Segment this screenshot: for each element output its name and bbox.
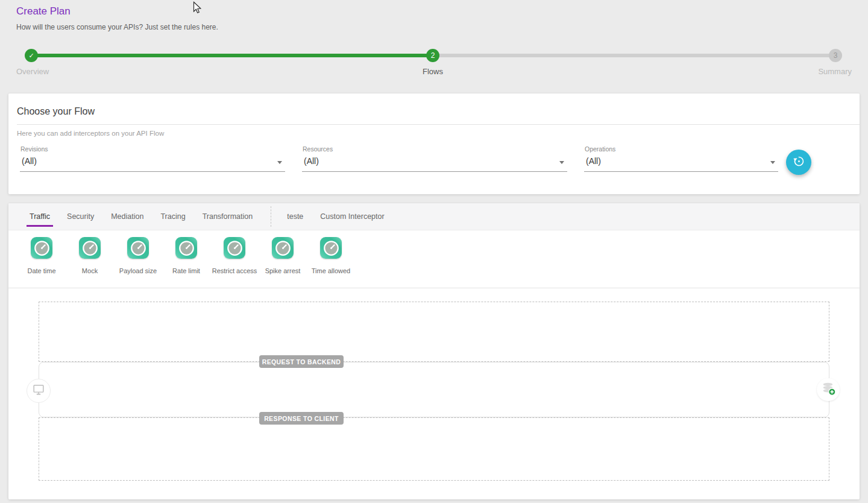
step-label-overview: Overview xyxy=(16,67,49,76)
tab-mediation[interactable]: Mediation xyxy=(102,203,152,230)
interceptor-label: Mock xyxy=(82,267,98,274)
interceptor-rate-limit[interactable]: Rate limit xyxy=(162,230,210,288)
filters-row: Revisions (All) Resources (All) Operatio… xyxy=(20,145,811,175)
interceptors-card: Traffic Security Mediation Tracing Trans… xyxy=(8,203,860,499)
gauge-icon xyxy=(31,237,52,259)
step-circle-summary[interactable]: 3 xyxy=(829,49,842,62)
request-flow-dropzone[interactable] xyxy=(39,302,829,362)
revisions-label: Revisions xyxy=(20,145,285,153)
client-node xyxy=(27,379,51,403)
interceptor-spike-arrest[interactable]: Spike arrest xyxy=(259,230,307,288)
monitor-icon xyxy=(32,383,45,399)
interceptor-label: Rate limit xyxy=(172,267,200,274)
interceptor-label: Restrict access xyxy=(212,267,257,274)
page-header: Create Plan How will the users consume y… xyxy=(16,5,218,31)
step-circle-flows[interactable]: 2 xyxy=(426,49,439,62)
resources-value: (All) xyxy=(302,153,567,172)
interceptor-label: Payload size xyxy=(119,267,157,274)
gauge-icon xyxy=(127,237,149,259)
operations-value: (All) xyxy=(584,153,778,172)
step-number: 2 xyxy=(431,51,435,60)
page-subtitle: How will the users consume your APIs? Ju… xyxy=(16,23,218,31)
response-flow-dropzone[interactable] xyxy=(39,417,829,481)
response-to-client-badge: RESPONSE TO CLIENT xyxy=(259,412,344,425)
page-title: Create Plan xyxy=(16,5,218,17)
step-number: 3 xyxy=(834,51,838,60)
card-subtitle: Here you can add interceptors on your AP… xyxy=(17,130,860,137)
interceptor-palette: Date time Mock Payload size Rate limit R… xyxy=(8,230,860,288)
chevron-down-icon xyxy=(559,161,564,164)
restore-icon xyxy=(793,155,805,169)
mouse-cursor xyxy=(193,1,202,17)
stepper-progress xyxy=(31,54,433,57)
interceptor-restrict-access[interactable]: Restrict access xyxy=(210,230,259,288)
choose-flow-card: Choose your Flow Here you can add interc… xyxy=(8,93,860,194)
operations-label: Operations xyxy=(584,145,778,153)
tab-tracing[interactable]: Tracing xyxy=(152,203,193,230)
chevron-down-icon xyxy=(770,161,775,164)
gauge-icon xyxy=(79,237,101,259)
tab-transformation[interactable]: Transformation xyxy=(194,203,262,230)
interceptor-date-time[interactable]: Date time xyxy=(17,230,66,288)
step-label-flows: Flows xyxy=(423,67,443,76)
chevron-down-icon xyxy=(277,161,282,164)
interceptor-label: Date time xyxy=(27,267,55,274)
revisions-value: (All) xyxy=(20,153,285,172)
tab-divider xyxy=(271,206,271,227)
step-circle-overview[interactable]: ✓ xyxy=(25,49,38,62)
gauge-icon xyxy=(320,237,342,259)
refresh-flow-button[interactable] xyxy=(786,150,811,175)
database-add-icon xyxy=(820,381,837,399)
interceptor-time-allowed[interactable]: Time allowed xyxy=(307,230,355,288)
revisions-select[interactable]: Revisions (All) xyxy=(20,145,285,172)
interceptor-payload-size[interactable]: Payload size xyxy=(114,230,162,288)
divider xyxy=(17,124,860,125)
interceptor-mock[interactable]: Mock xyxy=(66,230,114,288)
tab-traffic[interactable]: Traffic xyxy=(21,203,58,230)
tab-teste[interactable]: teste xyxy=(278,203,312,230)
tab-custom-interceptor[interactable]: Custom Interceptor xyxy=(312,203,392,230)
gauge-icon xyxy=(272,237,294,259)
tab-security[interactable]: Security xyxy=(58,203,102,230)
resources-label: Resources xyxy=(302,145,567,153)
gauge-icon xyxy=(224,237,245,259)
add-backend-button[interactable] xyxy=(817,378,840,401)
api-flow-box xyxy=(39,362,829,417)
step-label-summary: Summary xyxy=(818,67,852,76)
card-title: Choose your Flow xyxy=(17,106,860,117)
gauge-icon xyxy=(175,237,197,259)
resources-select[interactable]: Resources (All) xyxy=(302,145,567,172)
operations-select[interactable]: Operations (All) xyxy=(584,145,778,172)
request-to-backend-badge: REQUEST TO BACKEND xyxy=(259,355,344,368)
check-icon: ✓ xyxy=(28,52,34,60)
interceptor-tabbar: Traffic Security Mediation Tracing Trans… xyxy=(8,203,860,230)
interceptor-label: Time allowed xyxy=(312,267,350,274)
interceptor-label: Spike arrest xyxy=(265,267,301,274)
